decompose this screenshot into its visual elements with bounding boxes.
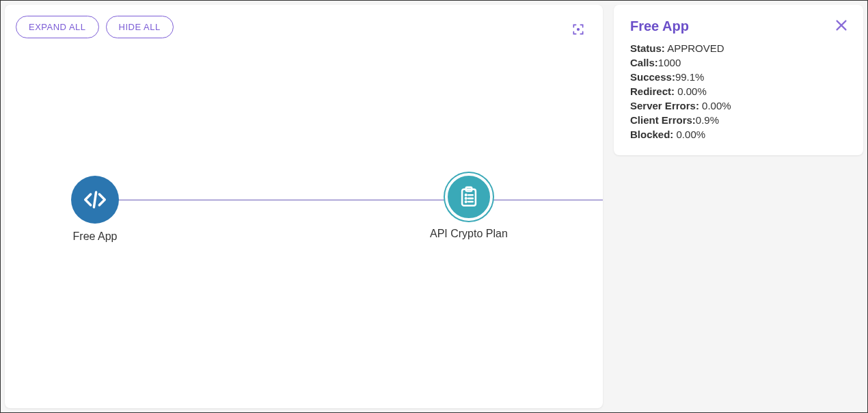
stat-blocked-label: Blocked: bbox=[630, 129, 673, 140]
node-free-app-label: Free App bbox=[73, 230, 118, 243]
stat-redirect-label: Redirect: bbox=[630, 85, 675, 97]
node-free-app[interactable]: Free App bbox=[71, 176, 119, 243]
node-api-circle[interactable] bbox=[445, 173, 493, 221]
stat-server-errors-label: Server Errors: bbox=[630, 100, 699, 111]
stat-client-errors: Client Errors:0.9% bbox=[630, 113, 847, 127]
connector-line bbox=[118, 200, 603, 200]
stat-calls-value: 1000 bbox=[658, 57, 681, 68]
svg-point-4 bbox=[465, 194, 467, 196]
info-panel-title: Free App bbox=[630, 18, 847, 34]
stat-client-errors-label: Client Errors: bbox=[630, 114, 696, 126]
stat-calls: Calls:1000 bbox=[630, 55, 847, 70]
node-free-app-circle[interactable] bbox=[71, 176, 119, 224]
clipboard-icon bbox=[457, 185, 480, 209]
node-api-crypto-plan[interactable]: API Crypto Plan bbox=[430, 173, 508, 240]
stat-blocked: Blocked: 0.00% bbox=[630, 127, 847, 142]
node-api-label: API Crypto Plan bbox=[430, 228, 508, 240]
svg-point-6 bbox=[465, 198, 467, 199]
stat-success: Success:99.1% bbox=[630, 70, 847, 84]
app-container: EXPAND ALL HIDE ALL bbox=[1, 1, 867, 412]
svg-point-8 bbox=[465, 201, 467, 202]
stat-redirect-value: 0.00% bbox=[675, 85, 707, 97]
stat-status-value: APPROVED bbox=[665, 42, 724, 54]
stat-success-label: Success: bbox=[630, 71, 675, 83]
stat-server-errors-value: 0.00% bbox=[699, 100, 731, 111]
stat-status-label: Status: bbox=[630, 42, 665, 54]
stat-redirect: Redirect: 0.00% bbox=[630, 84, 847, 98]
code-icon bbox=[82, 187, 108, 213]
svg-line-1 bbox=[94, 192, 96, 207]
close-icon bbox=[834, 18, 849, 33]
info-panel: Free App Status: APPROVED Calls:1000 Suc… bbox=[614, 5, 863, 155]
stat-blocked-value: 0.00% bbox=[673, 129, 705, 140]
stat-success-value: 99.1% bbox=[675, 71, 705, 83]
stat-client-errors-value: 0.9% bbox=[696, 114, 719, 126]
stat-calls-label: Calls: bbox=[630, 57, 658, 68]
stat-server-errors: Server Errors: 0.00% bbox=[630, 98, 847, 113]
diagram-area: Free App API Crypto Plan bbox=[5, 5, 603, 408]
close-button[interactable] bbox=[832, 16, 851, 35]
stat-status: Status: APPROVED bbox=[630, 41, 847, 55]
canvas-panel: EXPAND ALL HIDE ALL bbox=[5, 5, 603, 408]
